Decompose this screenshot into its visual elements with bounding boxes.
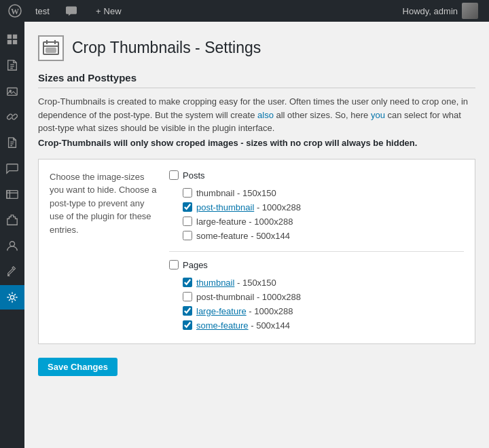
posts-toggle-checkbox[interactable] xyxy=(169,170,179,180)
sidebar-item-users[interactable] xyxy=(0,234,24,258)
description-para1: Crop-Thumbnails is created to make cropp… xyxy=(38,95,475,135)
posts-some-checkbox[interactable] xyxy=(183,231,192,240)
sidebar-item-media[interactable] xyxy=(0,79,24,103)
svg-point-10 xyxy=(10,242,14,246)
pages-some-checkbox[interactable] xyxy=(183,320,192,330)
pages-header: Pages xyxy=(169,260,464,270)
page-header: Crop Thumbnails - Settings xyxy=(38,35,475,61)
posts-some-label[interactable]: some-feature - 500x144 xyxy=(196,231,290,241)
sidebar-item-tools[interactable] xyxy=(0,259,24,284)
posts-large-label[interactable]: large-feature - 1000x288 xyxy=(196,217,293,227)
main-content: Crop Thumbnails - Settings Sizes and Pos… xyxy=(24,22,489,448)
pages-size-row-post-thumbnail: post-thumbnail - 1000x288 xyxy=(169,290,464,304)
posts-thumbnail-label[interactable]: thumbnail - 150x150 xyxy=(196,188,276,198)
settings-area: Choose the image-sizes you want to hide.… xyxy=(38,159,475,344)
plugin-icon xyxy=(38,35,64,61)
adminbar-new[interactable]: + New xyxy=(88,0,130,22)
posts-large-checkbox[interactable] xyxy=(183,217,192,226)
sidebar-item-appearance[interactable] xyxy=(0,182,24,206)
page-title: Crop Thumbnails - Settings xyxy=(72,38,261,58)
sidebar-item-links[interactable] xyxy=(0,105,24,129)
pages-post-thumbnail-checkbox[interactable] xyxy=(183,292,192,301)
pages-some-label[interactable]: some-feature - 500x144 xyxy=(196,320,290,331)
sidebar-item-comments[interactable] xyxy=(0,156,24,181)
save-changes-button[interactable]: Save Changes xyxy=(38,358,117,376)
posts-size-row-post-thumbnail: post-thumbnail - 1000x288 xyxy=(169,200,464,214)
posts-size-row-thumbnail: thumbnail - 150x150 xyxy=(169,186,464,200)
avatar xyxy=(462,3,478,19)
pages-large-link[interactable]: large-feature xyxy=(196,306,247,316)
svg-rect-16 xyxy=(46,48,56,52)
adminbar-right: Howdy, admin xyxy=(397,3,484,19)
pages-some-link[interactable]: some-feature xyxy=(196,320,249,331)
post-type-pages-section: Pages thumbnail - 150x150 post-thumbnail… xyxy=(169,260,464,333)
section-title: Sizes and Posttypes xyxy=(38,72,475,88)
admin-sidebar xyxy=(0,22,24,448)
posts-size-row-large: large-feature - 1000x288 xyxy=(169,214,464,229)
svg-rect-3 xyxy=(13,35,17,39)
svg-point-11 xyxy=(10,295,14,299)
posts-thumbnail-checkbox[interactable] xyxy=(183,188,192,198)
sidebar-item-posts[interactable] xyxy=(0,53,24,77)
sidebar-item-dashboard[interactable] xyxy=(0,27,24,52)
post-type-posts-section: Posts thumbnail - 150x150 post-thumbnail… xyxy=(169,170,464,252)
pages-thumbnail-checkbox[interactable] xyxy=(183,278,192,287)
adminbar-comments[interactable] xyxy=(58,0,88,22)
pages-thumbnail-link[interactable]: thumbnail xyxy=(196,278,234,288)
side-help-text: Choose the image-sizes you want to hide.… xyxy=(50,170,158,333)
checkboxes-area: Posts thumbnail - 150x150 post-thumbnail… xyxy=(169,170,464,333)
sidebar-item-plugins[interactable] xyxy=(0,208,24,232)
posts-label[interactable]: Posts xyxy=(183,170,205,181)
pages-toggle-checkbox[interactable] xyxy=(169,260,179,269)
pages-post-thumbnail-label[interactable]: post-thumbnail - 1000x288 xyxy=(196,292,301,302)
svg-rect-8 xyxy=(7,191,18,199)
pages-thumbnail-label[interactable]: thumbnail - 150x150 xyxy=(196,278,276,288)
posts-post-thumbnail-link[interactable]: post-thumbnail xyxy=(196,202,254,212)
pages-large-label[interactable]: large-feature - 1000x288 xyxy=(196,306,293,316)
main-layout: Crop Thumbnails - Settings Sizes and Pos… xyxy=(0,22,489,448)
svg-text:W: W xyxy=(11,7,19,16)
howdy-label[interactable]: Howdy, admin xyxy=(397,3,484,19)
pages-label[interactable]: Pages xyxy=(183,260,208,270)
sidebar-item-settings[interactable] xyxy=(0,285,24,310)
pages-size-row-large: large-feature - 1000x288 xyxy=(169,304,464,318)
svg-rect-4 xyxy=(7,40,12,44)
pages-large-checkbox[interactable] xyxy=(183,306,192,316)
posts-header: Posts xyxy=(169,170,464,181)
admin-bar: W test + New Howdy, admin xyxy=(0,0,489,22)
svg-rect-5 xyxy=(13,40,17,44)
wp-logo[interactable]: W xyxy=(5,0,24,22)
svg-rect-2 xyxy=(7,35,12,39)
svg-rect-9 xyxy=(7,191,10,199)
description-para2: Crop-Thumbnails will only show croped im… xyxy=(38,138,475,148)
posts-post-thumbnail-checkbox[interactable] xyxy=(183,202,192,212)
posts-size-row-some: some-feature - 500x144 xyxy=(169,229,464,243)
highlight-you: you xyxy=(371,110,385,120)
highlight-also: also xyxy=(257,110,274,120)
adminbar-site[interactable]: test xyxy=(27,0,58,22)
pages-size-row-some: some-feature - 500x144 xyxy=(169,318,464,333)
posts-post-thumbnail-label[interactable]: post-thumbnail - 1000x288 xyxy=(196,202,301,212)
sidebar-item-pages[interactable] xyxy=(0,130,24,155)
pages-size-row-thumbnail: thumbnail - 150x150 xyxy=(169,276,464,290)
